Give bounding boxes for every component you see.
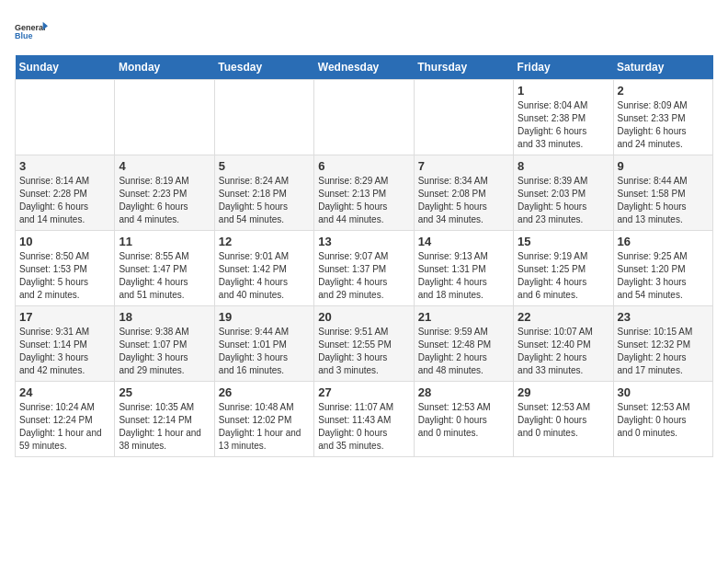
calendar-cell: 10Sunrise: 8:50 AM Sunset: 1:53 PM Dayli…	[16, 231, 115, 306]
weekday-header-monday: Monday	[115, 55, 214, 80]
day-number: 10	[19, 235, 110, 248]
calendar-cell: 28Sunset: 12:53 AM Daylight: 0 hours and…	[414, 382, 513, 457]
calendar-cell: 27Sunrise: 11:07 AM Sunset: 11:43 AM Day…	[314, 382, 414, 457]
calendar-week-row: 1Sunrise: 8:04 AM Sunset: 2:38 PM Daylig…	[16, 80, 713, 155]
calendar-cell: 1Sunrise: 8:04 AM Sunset: 2:38 PM Daylig…	[514, 80, 613, 155]
day-number: 7	[418, 159, 509, 173]
day-number: 19	[219, 310, 310, 324]
logo-svg: General Blue	[15, 15, 48, 48]
day-info: Sunrise: 8:29 AM Sunset: 2:13 PM Dayligh…	[318, 175, 409, 226]
day-number: 9	[618, 159, 709, 173]
day-number: 23	[618, 310, 709, 324]
day-info: Sunrise: 10:07 AM Sunset: 12:40 PM Dayli…	[518, 326, 609, 377]
day-number: 25	[119, 385, 210, 399]
calendar-cell	[115, 80, 214, 155]
day-number: 24	[19, 385, 110, 399]
calendar-cell: 7Sunrise: 8:34 AM Sunset: 2:08 PM Daylig…	[414, 155, 513, 231]
weekday-header-friday: Friday	[514, 55, 613, 80]
day-info: Sunrise: 9:25 AM Sunset: 1:20 PM Dayligh…	[618, 250, 709, 302]
day-number: 5	[219, 159, 310, 173]
day-number: 17	[19, 310, 110, 324]
calendar-cell: 20Sunrise: 9:51 AM Sunset: 12:55 PM Dayl…	[314, 306, 414, 382]
day-info: Sunset: 12:53 AM Daylight: 0 hours and 0…	[618, 401, 709, 440]
day-info: Sunrise: 8:34 AM Sunset: 2:08 PM Dayligh…	[418, 175, 509, 226]
day-info: Sunrise: 8:50 AM Sunset: 1:53 PM Dayligh…	[19, 250, 110, 302]
calendar-week-row: 3Sunrise: 8:14 AM Sunset: 2:28 PM Daylig…	[16, 155, 713, 231]
day-number: 26	[219, 385, 310, 399]
calendar-cell: 3Sunrise: 8:14 AM Sunset: 2:28 PM Daylig…	[16, 155, 115, 231]
day-info: Sunrise: 8:39 AM Sunset: 2:03 PM Dayligh…	[518, 175, 609, 226]
calendar-cell	[214, 80, 313, 155]
weekday-header-wednesday: Wednesday	[314, 55, 414, 80]
calendar-cell: 16Sunrise: 9:25 AM Sunset: 1:20 PM Dayli…	[613, 231, 712, 306]
day-info: Sunset: 12:53 AM Daylight: 0 hours and 0…	[418, 401, 509, 440]
weekday-header-sunday: Sunday	[16, 55, 115, 80]
calendar-cell: 25Sunrise: 10:35 AM Sunset: 12:14 PM Day…	[115, 382, 214, 457]
day-number: 6	[318, 159, 409, 173]
calendar-cell: 26Sunrise: 10:48 AM Sunset: 12:02 PM Day…	[214, 382, 313, 457]
calendar-cell: 30Sunset: 12:53 AM Daylight: 0 hours and…	[613, 382, 712, 457]
calendar-cell: 19Sunrise: 9:44 AM Sunset: 1:01 PM Dayli…	[214, 306, 313, 382]
day-number: 30	[618, 385, 709, 399]
day-info: Sunrise: 9:01 AM Sunset: 1:42 PM Dayligh…	[219, 250, 310, 302]
day-info: Sunrise: 8:44 AM Sunset: 1:58 PM Dayligh…	[618, 175, 709, 226]
calendar-cell: 23Sunrise: 10:15 AM Sunset: 12:32 PM Day…	[613, 306, 712, 382]
day-number: 12	[219, 235, 310, 248]
svg-text:General: General	[15, 23, 46, 32]
day-info: Sunrise: 8:14 AM Sunset: 2:28 PM Dayligh…	[19, 175, 110, 226]
day-info: Sunrise: 9:51 AM Sunset: 12:55 PM Daylig…	[318, 326, 409, 377]
day-number: 28	[418, 385, 509, 399]
day-number: 3	[19, 159, 110, 173]
calendar-cell: 4Sunrise: 8:19 AM Sunset: 2:23 PM Daylig…	[115, 155, 214, 231]
calendar-week-row: 10Sunrise: 8:50 AM Sunset: 1:53 PM Dayli…	[16, 231, 713, 306]
weekday-header-tuesday: Tuesday	[214, 55, 313, 80]
weekday-header-saturday: Saturday	[613, 55, 712, 80]
svg-text:Blue: Blue	[15, 31, 33, 40]
calendar-cell: 22Sunrise: 10:07 AM Sunset: 12:40 PM Day…	[514, 306, 613, 382]
day-number: 11	[119, 235, 210, 248]
calendar-cell: 21Sunrise: 9:59 AM Sunset: 12:48 PM Dayl…	[414, 306, 513, 382]
calendar-cell: 9Sunrise: 8:44 AM Sunset: 1:58 PM Daylig…	[613, 155, 712, 231]
calendar-cell: 11Sunrise: 8:55 AM Sunset: 1:47 PM Dayli…	[115, 231, 214, 306]
calendar-cell: 6Sunrise: 8:29 AM Sunset: 2:13 PM Daylig…	[314, 155, 414, 231]
day-number: 21	[418, 310, 509, 324]
day-number: 15	[518, 235, 609, 248]
calendar-cell	[16, 80, 115, 155]
calendar-cell: 15Sunrise: 9:19 AM Sunset: 1:25 PM Dayli…	[514, 231, 613, 306]
day-number: 13	[318, 235, 409, 248]
day-number: 20	[318, 310, 409, 324]
day-info: Sunrise: 8:09 AM Sunset: 2:33 PM Dayligh…	[618, 99, 709, 151]
calendar-cell: 8Sunrise: 8:39 AM Sunset: 2:03 PM Daylig…	[514, 155, 613, 231]
day-number: 27	[318, 385, 409, 399]
day-info: Sunrise: 9:13 AM Sunset: 1:31 PM Dayligh…	[418, 250, 509, 302]
day-number: 1	[518, 84, 609, 98]
calendar-cell: 24Sunrise: 10:24 AM Sunset: 12:24 PM Day…	[16, 382, 115, 457]
day-info: Sunrise: 10:24 AM Sunset: 12:24 PM Dayli…	[19, 401, 110, 453]
day-number: 2	[618, 84, 709, 98]
calendar-cell: 29Sunset: 12:53 AM Daylight: 0 hours and…	[514, 382, 613, 457]
calendar-cell: 14Sunrise: 9:13 AM Sunset: 1:31 PM Dayli…	[414, 231, 513, 306]
calendar-cell	[414, 80, 513, 155]
calendar-cell: 13Sunrise: 9:07 AM Sunset: 1:37 PM Dayli…	[314, 231, 414, 306]
day-info: Sunrise: 10:35 AM Sunset: 12:14 PM Dayli…	[119, 401, 210, 453]
day-info: Sunrise: 9:38 AM Sunset: 1:07 PM Dayligh…	[119, 326, 210, 377]
day-info: Sunset: 12:53 AM Daylight: 0 hours and 0…	[518, 401, 609, 440]
calendar-cell: 18Sunrise: 9:38 AM Sunset: 1:07 PM Dayli…	[115, 306, 214, 382]
day-number: 18	[119, 310, 210, 324]
day-number: 4	[119, 159, 210, 173]
weekday-header-row: SundayMondayTuesdayWednesdayThursdayFrid…	[16, 55, 713, 80]
day-number: 14	[418, 235, 509, 248]
day-number: 16	[618, 235, 709, 248]
calendar-cell	[314, 80, 414, 155]
weekday-header-thursday: Thursday	[414, 55, 513, 80]
day-number: 8	[518, 159, 609, 173]
day-number: 29	[518, 385, 609, 399]
day-info: Sunrise: 8:04 AM Sunset: 2:38 PM Dayligh…	[518, 99, 609, 151]
calendar-cell: 12Sunrise: 9:01 AM Sunset: 1:42 PM Dayli…	[214, 231, 313, 306]
day-info: Sunrise: 9:44 AM Sunset: 1:01 PM Dayligh…	[219, 326, 310, 377]
day-info: Sunrise: 11:07 AM Sunset: 11:43 AM Dayli…	[318, 401, 409, 453]
calendar-week-row: 17Sunrise: 9:31 AM Sunset: 1:14 PM Dayli…	[16, 306, 713, 382]
day-info: Sunrise: 9:31 AM Sunset: 1:14 PM Dayligh…	[19, 326, 110, 377]
calendar-cell: 17Sunrise: 9:31 AM Sunset: 1:14 PM Dayli…	[16, 306, 115, 382]
page-header: General Blue	[15, 15, 713, 48]
